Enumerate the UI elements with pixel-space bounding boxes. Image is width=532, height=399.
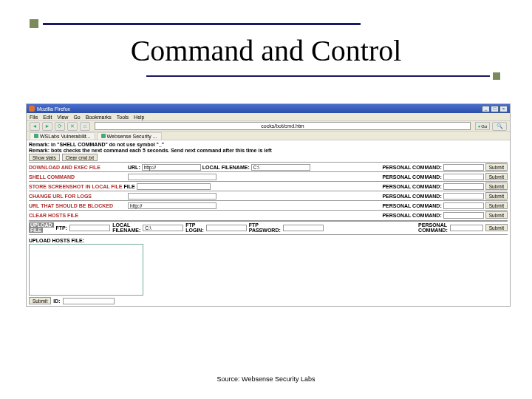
- label-download-exec: DOWNLOAD AND EXEC FILE: [29, 165, 126, 170]
- minimize-button[interactable]: _: [482, 106, 490, 112]
- label-local-filename-stack: LOCAL FILENAME:: [112, 222, 140, 233]
- browser-screenshot: Mozilla Firefox _ □ × File Edit View Go …: [26, 103, 511, 307]
- menu-tools[interactable]: Tools: [117, 115, 129, 120]
- input-ftp-password[interactable]: [283, 225, 324, 231]
- label-personal-cmd: PERSONAL COMMAND:: [382, 194, 441, 199]
- input-id[interactable]: [63, 298, 115, 304]
- label-personal-cmd: PERSONAL COMMAND:: [382, 213, 441, 218]
- submit-button[interactable]: Submit: [485, 211, 508, 219]
- reload-button[interactable]: ⟳: [55, 122, 65, 131]
- input-ftp[interactable]: [69, 225, 110, 231]
- address-bar[interactable]: cocks/bot/cmd.htm: [95, 122, 471, 130]
- slide-title: Command and Control: [0, 33, 532, 68]
- page-content: Remark: in "SHELL COMMAND" do not use sy…: [27, 140, 510, 306]
- address-text: cocks/bot/cmd.htm: [261, 123, 304, 129]
- menu-file[interactable]: File: [30, 115, 38, 120]
- window-title: Mozilla Firefox: [37, 106, 70, 112]
- tab-icon: [34, 134, 38, 138]
- maximize-button[interactable]: □: [491, 106, 499, 112]
- submit-button[interactable]: Submit: [485, 224, 508, 231]
- tab-bar: WSLabs Vulnerabilit... Websense Security…: [27, 132, 510, 140]
- remark-2: Remark: bots checks the next command eac…: [29, 148, 508, 153]
- top-rule: [43, 23, 361, 25]
- nav-toolbar: ◄ ► ⟳ ✕ ⌂ cocks/bot/cmd.htm ●Go 🔍: [27, 121, 510, 132]
- menu-bookmarks[interactable]: Bookmarks: [86, 115, 112, 120]
- label-chlog: CHANGE URL FOR LOGS: [29, 194, 126, 199]
- row-store-screenshot: STORE SCREENSHOT IN LOCAL FILE FILE PERS…: [29, 181, 508, 191]
- firefox-icon: [29, 106, 35, 112]
- label-ftp: FTP:: [56, 225, 68, 231]
- submit-hosts-button[interactable]: Submit: [29, 297, 51, 304]
- input-personal-cmd[interactable]: [443, 183, 484, 190]
- submit-button[interactable]: Submit: [485, 173, 508, 180]
- label-local-filename: LOCAL FILENAME:: [202, 165, 250, 170]
- submit-button[interactable]: Submit: [485, 183, 508, 190]
- menu-go[interactable]: Go: [73, 115, 80, 120]
- search-button[interactable]: 🔍: [492, 122, 507, 131]
- show-stats-button[interactable]: Show stats: [29, 154, 60, 161]
- input-store-file[interactable]: [137, 183, 211, 190]
- close-button[interactable]: ×: [499, 106, 508, 112]
- submit-button[interactable]: Submit: [485, 192, 508, 200]
- label-personal-cmd: PERSONAL COMMAND:: [382, 203, 441, 208]
- input-chlog[interactable]: [128, 193, 216, 200]
- input-upload-localfile[interactable]: C:\: [143, 225, 183, 231]
- input-ftp-login[interactable]: [206, 225, 247, 231]
- label-block: URL THAT SHOULD BE BLOCKED: [29, 203, 126, 208]
- menu-edit[interactable]: Edit: [43, 115, 52, 120]
- tab-websense[interactable]: Websense Security ...: [97, 132, 162, 140]
- menu-bar: File Edit View Go Bookmarks Tools Help: [27, 113, 510, 121]
- tab-wslabs[interactable]: WSLabs Vulnerabilit...: [30, 132, 95, 140]
- input-personal-cmd[interactable]: [443, 193, 484, 200]
- input-local-filename[interactable]: C:\: [251, 164, 310, 171]
- go-button[interactable]: ●Go: [475, 122, 490, 130]
- home-button[interactable]: ⌂: [80, 122, 90, 131]
- label-personal-cmd: PERSONAL COMMAND:: [382, 165, 441, 170]
- row-change-log-url: CHANGE URL FOR LOGS PERSONAL COMMAND: Su…: [29, 191, 508, 200]
- textarea-hosts[interactable]: [29, 244, 143, 296]
- label-url: URL:: [128, 165, 140, 170]
- label-ftp-login: FTP LOGIN:: [185, 222, 204, 233]
- source-credit: Source: Websense Security Labs: [0, 375, 532, 383]
- back-button[interactable]: ◄: [30, 122, 40, 131]
- row-block-url: URL THAT SHOULD BE BLOCKED http:// PERSO…: [29, 200, 508, 210]
- window-titlebar: Mozilla Firefox _ □ ×: [27, 104, 510, 113]
- label-id: ID:: [53, 299, 60, 304]
- input-personal-cmd[interactable]: [450, 225, 483, 231]
- label-personal-cmd: PERSONAL COMMAND:: [382, 174, 441, 180]
- submit-button[interactable]: Submit: [485, 202, 508, 209]
- input-shell[interactable]: [128, 174, 216, 180]
- menu-help[interactable]: Help: [134, 115, 144, 120]
- label-upload-hosts: UPLOAD HOSTS FILE:: [29, 238, 508, 243]
- label-clearhosts: CLEAR HOSTS FILE: [29, 213, 126, 218]
- submit-button[interactable]: Submit: [485, 163, 508, 171]
- slide: Command and Control Mozilla Firefox _ □ …: [0, 0, 532, 399]
- input-url[interactable]: http://: [142, 164, 201, 171]
- label-shell: SHELL COMMAND: [29, 174, 126, 180]
- bottom-rule: [146, 75, 490, 77]
- remark-1: Remark: in "SHELL COMMAND" do not use sy…: [29, 142, 508, 147]
- input-personal-cmd[interactable]: [443, 174, 484, 180]
- label-upload: UPLOADFILE: [29, 222, 54, 233]
- row-download-exec: DOWNLOAD AND EXEC FILE URL: http:// LOCA…: [29, 162, 508, 171]
- input-personal-cmd[interactable]: [443, 164, 484, 171]
- bullet-square-top: [30, 19, 38, 28]
- menu-view[interactable]: View: [57, 115, 68, 120]
- row-shell-command: SHELL COMMAND PERSONAL COMMAND: Submit: [29, 171, 508, 181]
- label-store: STORE SCREENSHOT IN LOCAL FILE: [29, 184, 123, 189]
- label-file: FILE: [124, 184, 135, 189]
- window-buttons: _ □ ×: [482, 106, 508, 112]
- bullet-square-right: [493, 72, 500, 80]
- label-ftp-password: FTP PASSWORD:: [249, 222, 281, 233]
- input-personal-cmd[interactable]: [443, 202, 484, 209]
- tab-icon: [101, 134, 106, 138]
- stop-button[interactable]: ✕: [67, 122, 78, 131]
- input-personal-cmd[interactable]: [443, 212, 484, 219]
- clear-cmd-button[interactable]: Clear cmd.txt: [62, 154, 98, 161]
- forward-button[interactable]: ►: [42, 122, 52, 131]
- input-block[interactable]: http://: [128, 202, 216, 209]
- row-upload-file: UPLOADFILE FTP: LOCAL FILENAME: C:\ FTP …: [29, 221, 508, 233]
- label-personal-cmd: PERSONALCOMMAND:: [418, 222, 448, 233]
- row-clear-hosts: CLEAR HOSTS FILE PERSONAL COMMAND: Submi…: [29, 210, 508, 219]
- label-personal-cmd: PERSONAL COMMAND:: [382, 184, 441, 189]
